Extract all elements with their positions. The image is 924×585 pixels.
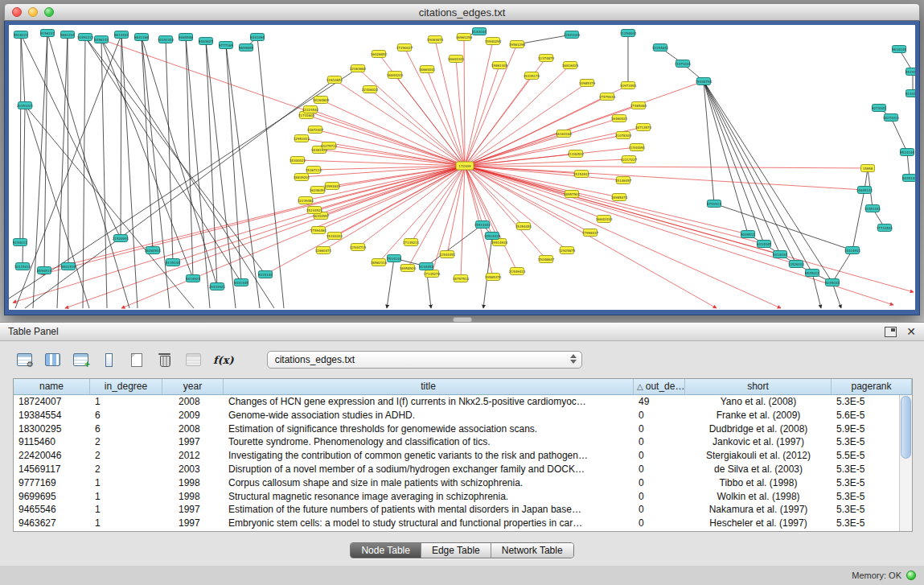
cell-name[interactable]: 22420046 — [14, 449, 90, 463]
graph-node[interactable]: 19861305 — [491, 62, 508, 69]
graph-node[interactable]: 18562316 — [371, 259, 388, 266]
graph-node[interactable]: 9861204 — [60, 31, 75, 39]
graph-node[interactable]: 10351441 — [864, 205, 881, 212]
cell-out[interactable]: 0 — [634, 517, 685, 530]
table-row[interactable]: 911546021997Tourette syndrome. Phenomeno… — [14, 435, 912, 449]
graph-node[interactable]: 17135278 — [424, 270, 441, 278]
graph-node[interactable]: 12544715 — [350, 244, 367, 251]
table-vertical-scrollbar[interactable] — [899, 395, 912, 531]
graph-node[interactable]: 14414911 — [844, 247, 861, 254]
table-options-icon[interactable]: ⚙ — [14, 350, 34, 369]
cell-out[interactable]: 0 — [634, 490, 685, 504]
graph-node[interactable]: 9245032 — [825, 279, 840, 286]
cell-out[interactable]: 0 — [634, 463, 685, 476]
cell-title[interactable]: Investigating the contribution of common… — [224, 449, 634, 463]
cell-name[interactable]: 9465546 — [14, 503, 90, 517]
cell-short[interactable]: Wolkin et al. (1998) — [685, 490, 832, 504]
cell-name[interactable]: 9699695 — [14, 490, 90, 504]
graph-node[interactable]: 17594461 — [310, 227, 327, 234]
graph-node[interactable]: 19335170 — [524, 72, 540, 80]
graph-node[interactable]: 18663041 — [419, 66, 436, 73]
graph-node[interactable]: 17485083 — [630, 102, 647, 109]
graph-node[interactable]: 16460022 — [611, 115, 628, 122]
cell-in[interactable]: 6 — [90, 409, 162, 422]
cell-short[interactable]: Stergiakouli et al. (2012) — [685, 449, 832, 463]
cell-out[interactable]: 0 — [634, 449, 685, 463]
graph-node[interactable]: 12239461 — [298, 197, 314, 204]
cell-title[interactable]: Estimation of significance thresholds fo… — [224, 422, 634, 436]
graph-node[interactable]: 8918221 — [14, 31, 28, 39]
new-table-icon[interactable] — [127, 350, 146, 369]
cell-name[interactable]: 9463627 — [14, 517, 90, 530]
graph-node[interactable]: 15367110 — [306, 167, 322, 174]
cell-short[interactable]: Yano et al. (2008) — [685, 395, 832, 409]
table-row[interactable]: 1830029562008Estimation of significance … — [14, 422, 912, 436]
graph-node[interactable]: 14645141 — [856, 187, 873, 194]
graph-node[interactable]: 12660471 — [315, 247, 332, 254]
cell-name[interactable]: 9115460 — [14, 435, 90, 449]
cell-year[interactable]: 2008 — [162, 395, 224, 409]
graph-node[interactable]: 15354451 — [515, 223, 532, 230]
graph-node[interactable]: 6445144 — [902, 175, 915, 182]
cell-name[interactable]: 19384554 — [14, 409, 90, 422]
tab-edge-table[interactable]: Edge Table — [421, 543, 491, 558]
graph-node[interactable]: 13526101 — [788, 261, 805, 268]
graph-node[interactable]: 8590513 — [37, 267, 51, 274]
cell-short[interactable]: Franke et al. (2009) — [685, 409, 832, 422]
cell-short[interactable]: Dudbridge et al. (2008) — [685, 422, 832, 436]
graph-node[interactable]: 18757513 — [453, 275, 470, 282]
graph-node[interactable]: 14991641 — [324, 183, 341, 190]
table-select-dropdown[interactable]: citations_edges.txt — [267, 351, 582, 369]
graph-node[interactable]: 17135211 — [403, 239, 420, 246]
graph-node[interactable]: 9501519 — [61, 263, 76, 270]
graph-node[interactable]: 12217227 — [621, 156, 638, 163]
graph-node[interactable]: 9545012 — [805, 270, 819, 277]
cell-year[interactable]: 1998 — [162, 476, 224, 490]
column-header-short[interactable]: short — [685, 379, 832, 395]
cell-title[interactable]: Estimation of the future numbers of pati… — [224, 503, 634, 517]
cell-name[interactable]: 9777169 — [14, 476, 90, 490]
cell-in[interactable]: 1 — [90, 476, 162, 490]
tab-node-table[interactable]: Node Table — [351, 543, 421, 558]
delete-column-icon[interactable] — [99, 350, 118, 369]
graph-node[interactable]: 16961258 — [456, 34, 473, 41]
graph-node[interactable]: 16026852 — [371, 51, 388, 58]
graph-node[interactable]: 12374875 — [538, 55, 555, 62]
graph-node[interactable]: 10115413 — [14, 263, 31, 270]
graph-node[interactable]: 9135144 — [166, 259, 180, 266]
cell-name[interactable]: 14569117 — [14, 463, 90, 476]
cell-short[interactable]: Tibbo et al. (1998) — [685, 476, 832, 490]
graph-node[interactable]: 19514441 — [474, 221, 491, 229]
graph-node[interactable]: 17998437 — [582, 229, 599, 237]
graph-node[interactable]: 16642433 — [596, 216, 613, 223]
graph-node[interactable]: 12925875 — [559, 247, 576, 254]
graph-node[interactable]: 9463627 — [199, 38, 213, 45]
graph-node[interactable]: 22063662 — [350, 65, 367, 72]
graph-node[interactable]: 15048647 — [538, 256, 555, 263]
graph-node[interactable]: 15146457 — [615, 177, 632, 184]
graph-node[interactable]: 18957901 — [564, 191, 581, 198]
graph-node[interactable]: 21078303 — [615, 132, 632, 139]
graph-node[interactable]: 9144451 — [419, 263, 433, 270]
cell-title[interactable]: Embryonic stem cells: a model to study s… — [224, 517, 634, 530]
graph-node[interactable]: 5414434 — [773, 251, 787, 258]
delete-table-icon[interactable] — [155, 350, 175, 369]
graph-node[interactable]: 6791913 — [707, 200, 721, 208]
graph-node[interactable]: 10973493 — [620, 82, 637, 89]
graph-node[interactable]: 9699695 — [239, 44, 253, 51]
graph-node[interactable]: 172409 — [456, 162, 474, 170]
graph-node[interactable]: 10154841 — [652, 44, 669, 51]
cell-year[interactable]: 2003 — [162, 463, 224, 476]
graph-node[interactable]: 16844203 — [387, 72, 404, 79]
cell-out[interactable]: 0 — [634, 422, 685, 436]
cell-year[interactable]: 2009 — [162, 409, 224, 422]
cell-year[interactable]: 1997 — [162, 517, 224, 530]
graph-node[interactable]: 18274411 — [883, 114, 900, 122]
graph-node[interactable]: 6414921 — [186, 275, 200, 282]
graph-node[interactable]: 16164160 — [556, 130, 573, 138]
column-visibility-icon[interactable] — [43, 350, 62, 369]
graph-node[interactable]: 9841166 — [134, 34, 149, 41]
table-row[interactable]: 1938455462009Genome-wide association stu… — [14, 409, 912, 422]
graph-node[interactable]: 9256143 — [94, 36, 109, 43]
cell-out[interactable]: 0 — [634, 409, 685, 422]
